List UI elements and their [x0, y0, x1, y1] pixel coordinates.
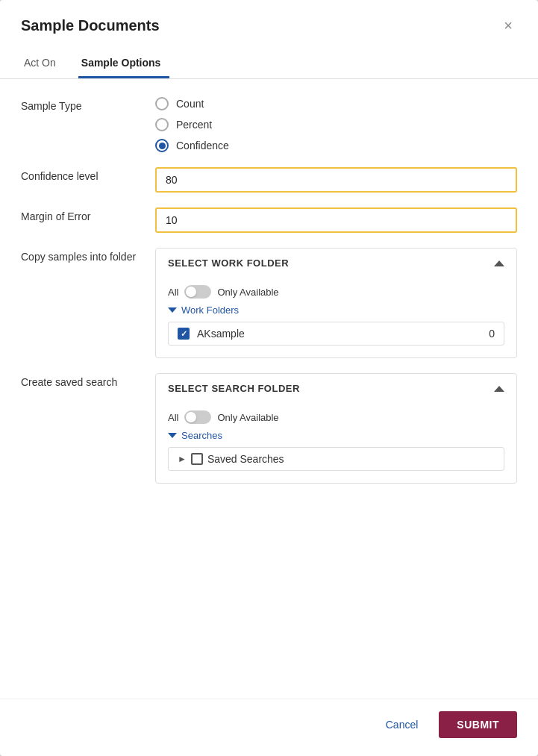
search-folder-toggle-row: All Only Available [168, 410, 504, 424]
search-folder-checkbox[interactable] [191, 453, 203, 465]
confidence-level-label: Confidence level [21, 167, 155, 182]
work-folder-body: All Only Available Work Folders AKsample… [156, 278, 516, 357]
select-work-folder-box: SELECT WORK FOLDER All Only Available Wo… [155, 248, 517, 358]
search-folder-label: Create saved search [21, 373, 155, 388]
searches-label: Searches [181, 430, 222, 441]
tab-bar: Act On Sample Options [0, 39, 538, 79]
dialog-title: Sample Documents [21, 17, 160, 34]
search-folder-header: SELECT SEARCH FOLDER [156, 374, 516, 403]
search-folder-body: All Only Available Searches ► Saved Sear… [156, 403, 516, 483]
work-folders-label: Work Folders [181, 304, 239, 316]
work-folder-row: Copy samples into folder SELECT WORK FOL… [21, 248, 517, 358]
confidence-level-control [155, 167, 517, 193]
work-folder-all-label: All [168, 287, 178, 298]
searches-group[interactable]: Searches [168, 430, 504, 441]
work-folder-title: SELECT WORK FOLDER [168, 257, 289, 269]
search-folder-item-name: Saved Searches [207, 453, 495, 465]
work-folder-available-label: Only Available [217, 287, 278, 298]
sample-type-label: Sample Type [21, 97, 155, 112]
margin-of-error-control [155, 207, 517, 233]
work-folder-checkbox[interactable] [178, 328, 190, 340]
searches-expand-icon [168, 433, 177, 438]
work-folder-label: Copy samples into folder [21, 248, 155, 263]
work-folder-toggle-row: All Only Available [168, 285, 504, 299]
work-folder-control: SELECT WORK FOLDER All Only Available Wo… [155, 248, 517, 358]
work-folders-group[interactable]: Work Folders [168, 304, 504, 316]
tab-act-on[interactable]: Act On [21, 51, 65, 78]
radio-circle-count [155, 97, 169, 110]
work-folder-header: SELECT WORK FOLDER [156, 249, 516, 278]
dialog-footer: Cancel SUBMIT [0, 699, 538, 756]
margin-of-error-label: Margin of Error [21, 207, 155, 222]
work-folders-expand-icon [168, 307, 177, 313]
work-folder-collapse-icon[interactable] [494, 260, 504, 266]
sample-type-options: Count Percent Confidence [155, 97, 517, 152]
radio-circle-percent [155, 118, 169, 131]
confidence-level-input[interactable] [155, 167, 517, 193]
close-button[interactable]: × [499, 16, 517, 34]
search-folder-expand-arrow: ► [178, 454, 187, 464]
margin-of-error-input[interactable] [155, 207, 517, 233]
search-folder-all-label: All [168, 412, 178, 423]
work-folder-item-name: AKsample [197, 328, 481, 340]
work-folder-item[interactable]: AKsample 0 [168, 322, 504, 346]
search-folder-row: Create saved search SELECT SEARCH FOLDER… [21, 373, 517, 484]
dialog-header: Sample Documents × [0, 0, 538, 34]
sample-type-row: Sample Type Count Percent Confidence [21, 97, 517, 152]
radio-circle-confidence [155, 139, 169, 152]
search-folder-toggle[interactable] [184, 410, 211, 424]
radio-count[interactable]: Count [155, 97, 517, 110]
radio-confidence[interactable]: Confidence [155, 139, 517, 152]
radio-percent[interactable]: Percent [155, 118, 517, 131]
search-folder-item[interactable]: ► Saved Searches [168, 447, 504, 471]
cancel-button[interactable]: Cancel [377, 713, 428, 737]
search-folder-available-label: Only Available [217, 412, 278, 423]
submit-button[interactable]: SUBMIT [439, 711, 517, 738]
select-search-folder-box: SELECT SEARCH FOLDER All Only Available … [155, 373, 517, 484]
search-folder-title: SELECT SEARCH FOLDER [168, 383, 300, 394]
work-folder-item-count: 0 [489, 328, 495, 340]
form-content: Sample Type Count Percent Confidence Con… [0, 79, 538, 699]
confidence-level-row: Confidence level [21, 167, 517, 193]
margin-of-error-row: Margin of Error [21, 207, 517, 233]
tab-sample-options[interactable]: Sample Options [78, 51, 170, 78]
work-folder-toggle[interactable] [184, 285, 211, 299]
search-folder-control: SELECT SEARCH FOLDER All Only Available … [155, 373, 517, 484]
sample-documents-dialog: Sample Documents × Act On Sample Options… [0, 0, 538, 756]
search-folder-collapse-icon[interactable] [494, 386, 504, 392]
